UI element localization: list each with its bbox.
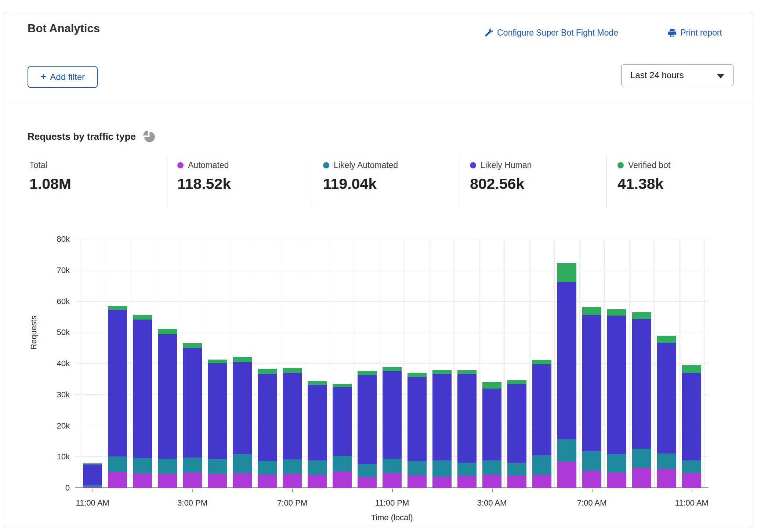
print-report-link[interactable]: Print report	[667, 28, 722, 38]
bar-segment-verified-bot[interactable]	[258, 369, 277, 374]
bar-segment-likely-automated[interactable]	[507, 463, 526, 475]
bar-segment-verified-bot[interactable]	[507, 380, 526, 384]
bar-segment-likely-automated[interactable]	[283, 459, 302, 474]
bar-segment-verified-bot[interactable]	[133, 315, 152, 320]
bar-segment-verified-bot[interactable]	[333, 384, 352, 387]
bar-segment-likely-human[interactable]	[632, 319, 651, 449]
bar-segment-likely-human[interactable]	[133, 320, 152, 458]
bar-100am[interactable]	[432, 370, 452, 488]
bar-segment-likely-automated[interactable]	[607, 454, 626, 472]
bar-segment-likely-automated[interactable]	[557, 439, 576, 462]
bar-segment-automated[interactable]	[108, 472, 127, 488]
bar-segment-likely-automated[interactable]	[108, 456, 127, 472]
bar-segment-likely-human[interactable]	[83, 464, 102, 485]
bar-100pm[interactable]	[133, 315, 152, 488]
bar-segment-likely-human[interactable]	[308, 385, 327, 460]
bar-segment-verified-bot[interactable]	[283, 368, 302, 373]
bar-segment-likely-automated[interactable]	[457, 463, 477, 476]
bar-segment-verified-bot[interactable]	[557, 263, 576, 282]
bar-segment-verified-bot[interactable]	[532, 360, 551, 364]
bar-segment-automated[interactable]	[83, 487, 102, 488]
bar-segment-likely-automated[interactable]	[208, 459, 227, 474]
bar-900pm[interactable]	[333, 384, 352, 488]
bar-segment-likely-automated[interactable]	[333, 456, 352, 471]
bar-1100am[interactable]	[682, 365, 701, 488]
bar-segment-likely-human[interactable]	[108, 310, 127, 456]
bar-segment-likely-human[interactable]	[208, 363, 227, 459]
bar-segment-likely-human[interactable]	[682, 373, 701, 460]
bar-segment-likely-automated[interactable]	[432, 460, 452, 477]
bar-700pm[interactable]	[283, 368, 302, 488]
bar-segment-likely-human[interactable]	[358, 375, 377, 464]
bar-800pm[interactable]	[308, 381, 327, 488]
bar-segment-automated[interactable]	[133, 473, 152, 488]
bar-segment-likely-human[interactable]	[383, 371, 402, 459]
bar-segment-likely-automated[interactable]	[482, 460, 501, 475]
bar-segment-automated[interactable]	[532, 475, 551, 488]
bar-segment-likely-human[interactable]	[158, 334, 177, 458]
bar-segment-verified-bot[interactable]	[432, 370, 452, 374]
bar-300pm[interactable]	[183, 343, 202, 488]
bar-segment-likely-automated[interactable]	[233, 454, 252, 473]
bar-segment-automated[interactable]	[158, 474, 177, 488]
bar-segment-likely-automated[interactable]	[383, 459, 402, 473]
bar-segment-verified-bot[interactable]	[408, 373, 427, 376]
bar-segment-likely-human[interactable]	[333, 387, 352, 455]
bar-segment-verified-bot[interactable]	[308, 381, 327, 385]
bar-1200pm[interactable]	[108, 306, 127, 488]
time-range-select[interactable]: Last 24 hours	[621, 64, 734, 86]
bar-segment-likely-human[interactable]	[183, 348, 202, 458]
bar-1100am[interactable]	[83, 463, 102, 488]
bar-segment-likely-automated[interactable]	[183, 458, 202, 473]
bar-600am[interactable]	[557, 263, 576, 488]
bar-segment-likely-automated[interactable]	[158, 459, 177, 474]
bar-500pm[interactable]	[233, 357, 252, 488]
bar-segment-verified-bot[interactable]	[657, 336, 676, 343]
bar-segment-likely-human[interactable]	[557, 282, 576, 439]
bar-segment-verified-bot[interactable]	[158, 329, 177, 334]
bar-1000pm[interactable]	[358, 371, 377, 488]
bar-1200am[interactable]	[408, 373, 427, 488]
bar-segment-likely-automated[interactable]	[133, 458, 152, 473]
bar-segment-verified-bot[interactable]	[183, 343, 202, 348]
bar-segment-likely-human[interactable]	[607, 316, 626, 455]
bar-segment-likely-human[interactable]	[233, 362, 252, 455]
bar-segment-automated[interactable]	[657, 469, 676, 488]
bar-segment-verified-bot[interactable]	[358, 371, 377, 375]
bar-segment-likely-human[interactable]	[582, 315, 601, 451]
bar-segment-automated[interactable]	[507, 475, 526, 488]
bar-segment-automated[interactable]	[383, 473, 402, 488]
bar-segment-automated[interactable]	[308, 475, 327, 488]
bar-segment-automated[interactable]	[208, 474, 227, 488]
bar-800am[interactable]	[607, 309, 626, 488]
bar-300am[interactable]	[482, 382, 501, 488]
bar-segment-likely-human[interactable]	[657, 343, 676, 453]
bar-segment-automated[interactable]	[183, 473, 202, 488]
bar-segment-likely-automated[interactable]	[582, 451, 601, 471]
bar-segment-automated[interactable]	[358, 477, 377, 488]
bar-400am[interactable]	[507, 380, 526, 488]
bar-segment-automated[interactable]	[408, 475, 427, 488]
bar-segment-automated[interactable]	[333, 471, 352, 488]
bar-600pm[interactable]	[258, 369, 277, 488]
bar-segment-verified-bot[interactable]	[233, 357, 252, 362]
bar-segment-automated[interactable]	[682, 473, 701, 488]
bar-segment-likely-human[interactable]	[507, 384, 526, 463]
bar-segment-verified-bot[interactable]	[108, 306, 127, 310]
add-filter-button[interactable]: + Add filter	[28, 66, 98, 88]
bar-segment-verified-bot[interactable]	[482, 382, 501, 389]
bar-segment-automated[interactable]	[457, 476, 477, 488]
bar-segment-verified-bot[interactable]	[682, 365, 701, 372]
bar-segment-automated[interactable]	[557, 462, 576, 488]
bar-segment-likely-automated[interactable]	[532, 455, 551, 475]
bar-segment-automated[interactable]	[632, 468, 651, 488]
bar-1000am[interactable]	[657, 336, 676, 488]
bar-segment-automated[interactable]	[607, 473, 626, 488]
bar-segment-verified-bot[interactable]	[208, 360, 227, 363]
bar-segment-automated[interactable]	[582, 471, 601, 488]
bar-segment-automated[interactable]	[258, 475, 277, 488]
bar-segment-likely-human[interactable]	[408, 377, 427, 462]
bar-1100pm[interactable]	[383, 367, 402, 488]
bar-segment-likely-automated[interactable]	[258, 461, 277, 474]
bar-segment-likely-human[interactable]	[432, 374, 452, 460]
